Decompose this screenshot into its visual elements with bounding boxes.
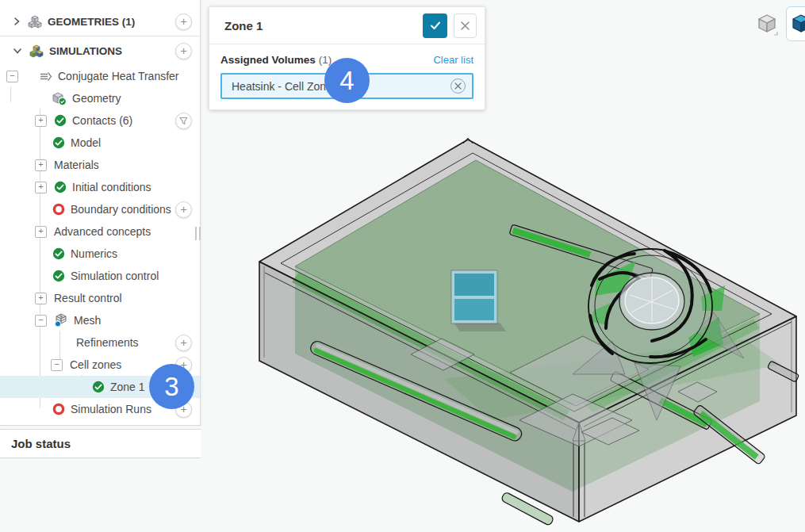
tree-item-initial-conditions[interactable]: +Initial conditions (0, 176, 200, 198)
expander-plus-icon[interactable]: + (35, 115, 47, 127)
check-icon (52, 136, 65, 149)
red-ring-icon (52, 203, 65, 216)
remove-icon (454, 82, 462, 90)
step-badge-4: 4 (324, 58, 370, 103)
geometry-check-icon (52, 92, 67, 105)
tree-item-contacts-6[interactable]: +Contacts (6) (0, 109, 200, 132)
tree-item-materials[interactable]: +Materials (0, 154, 200, 176)
sidebar-resize-handle[interactable] (195, 227, 201, 240)
job-status-label: Job status (11, 437, 71, 450)
add-item-button[interactable]: + (175, 43, 192, 59)
filter-funnel-button[interactable] (175, 113, 192, 129)
add-item-button[interactable]: + (175, 13, 192, 30)
tree-item-label: Result control (54, 292, 122, 304)
add-item-button[interactable]: + (175, 201, 192, 218)
selected-view-cube-button[interactable] (786, 6, 805, 41)
check-icon (54, 181, 67, 193)
close-icon (460, 21, 470, 31)
tree-item-label: Boundary conditions (71, 203, 171, 216)
expander-minus-icon[interactable]: − (35, 315, 47, 327)
tree-item-model[interactable]: Model (0, 132, 200, 154)
tree-item-geometries-1[interactable]: GEOMETRIES (1)+ (0, 7, 200, 36)
check-icon (429, 19, 442, 32)
cubes-color-icon (29, 44, 44, 58)
tree-item-conjugate-heat-transfer[interactable]: −Conjugate Heat Transfer (0, 65, 200, 87)
step-badge-3: 3 (149, 364, 194, 409)
simulation-tree-sidebar: GEOMETRIES (1)+SIMULATIONS+−Conjugate He… (0, 0, 201, 426)
remove-volume-button[interactable] (450, 78, 466, 94)
tree-item-label: Initial conditions (72, 181, 151, 193)
cancel-button[interactable] (454, 13, 477, 38)
expander-minus-icon[interactable]: − (51, 359, 63, 371)
tree-item-label: Zone 1 (110, 381, 145, 393)
tree-item-refinements[interactable]: Refinements+ (0, 331, 200, 354)
cht-icon (39, 71, 52, 82)
expander-plus-icon[interactable]: + (35, 226, 47, 238)
tree-item-advanced-concepts[interactable]: +Advanced concepts (0, 220, 200, 243)
tree-item-label: Numerics (71, 247, 117, 260)
expander-minus-icon[interactable]: − (6, 71, 18, 82)
tree-item-label: GEOMETRIES (1) (48, 16, 135, 28)
chevron-down-icon[interactable] (13, 47, 22, 55)
expander-plus-icon[interactable]: + (35, 159, 47, 171)
tree-item-label: Materials (54, 159, 99, 171)
tree-item-label: SIMULATIONS (49, 45, 122, 57)
assigned-volumes-count: (1) (319, 54, 332, 66)
tree-item-label: Simulation Runs (71, 403, 151, 415)
panel-title: Zone 1 (224, 19, 423, 33)
tree-item-label: Cell zones (70, 358, 121, 371)
chevron-right-icon[interactable] (13, 17, 21, 26)
tree-item-label: Geometry (72, 92, 121, 105)
red-ring-icon (52, 403, 65, 415)
tree-item-label: Model (71, 136, 101, 149)
tree-item-geometry[interactable]: Geometry (0, 87, 200, 109)
clear-list-link[interactable]: Clear list (433, 54, 473, 66)
expander-plus-icon[interactable]: + (35, 182, 47, 193)
tree-item-label: Simulation control (71, 270, 159, 282)
tree-item-simulations[interactable]: SIMULATIONS+ (0, 36, 200, 65)
tree-item-mesh[interactable]: −Mesh (0, 309, 200, 331)
tree-item-label: Conjugate Heat Transfer (58, 70, 179, 82)
check-icon (52, 247, 65, 260)
tree-item-label: Contacts (6) (72, 114, 132, 127)
selected-view-cube-icon (791, 13, 805, 34)
cubes-gray-icon (28, 15, 42, 29)
add-item-button[interactable]: + (175, 335, 192, 351)
check-icon (54, 114, 67, 127)
assigned-volumes-label: Assigned Volumes (220, 54, 316, 66)
tree-item-simulation-control[interactable]: Simulation control (0, 265, 200, 287)
tree-item-boundary-conditions[interactable]: Boundary conditions+ (0, 198, 200, 220)
job-status-bar[interactable]: Job status (0, 429, 201, 458)
isometric-view-cube-icon[interactable] (756, 13, 780, 43)
check-icon (92, 381, 105, 393)
tree-item-result-control[interactable]: +Result control (0, 287, 200, 309)
tree-item-label: Mesh (74, 314, 101, 327)
tree-item-label: Refinements (76, 336, 139, 349)
expander-plus-icon[interactable]: + (35, 293, 47, 304)
confirm-button[interactable] (423, 13, 447, 38)
check-icon (52, 270, 65, 282)
tree-item-numerics[interactable]: Numerics (0, 243, 200, 265)
mesh-icon (54, 313, 68, 327)
zone-panel-header: Zone 1 (209, 7, 485, 44)
tree-item-label: Advanced concepts (54, 225, 151, 238)
